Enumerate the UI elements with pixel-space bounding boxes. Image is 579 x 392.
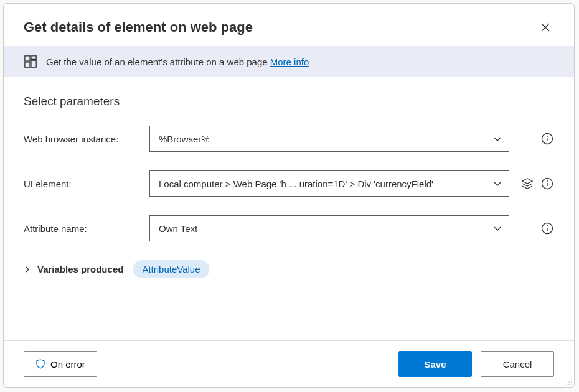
dialog-body: Select parameters Web browser instance: … xyxy=(4,77,574,340)
svg-point-13 xyxy=(571,379,572,380)
variables-produced-toggle[interactable]: Variables produced xyxy=(24,264,123,274)
on-error-button[interactable]: On error xyxy=(24,351,97,377)
variables-produced-label: Variables produced xyxy=(37,264,123,274)
attribute-name-select[interactable]: Own Text xyxy=(149,215,509,241)
variable-pill-attributevalue[interactable]: AttributeValue xyxy=(133,260,209,278)
svg-rect-1 xyxy=(31,56,36,60)
row-ui-element: UI element: Local computer > Web Page 'h… xyxy=(24,170,554,197)
svg-point-18 xyxy=(571,384,572,385)
ui-element-select[interactable]: Local computer > Web Page 'h ... uration… xyxy=(149,170,509,197)
svg-point-14 xyxy=(568,381,570,383)
banner-text: Get the value of an element's attribute … xyxy=(46,57,309,67)
row-web-browser-instance: Web browser instance: %Browser% xyxy=(24,126,554,152)
close-button[interactable] xyxy=(537,19,554,36)
close-icon xyxy=(540,22,550,32)
svg-point-12 xyxy=(547,225,548,226)
info-icon xyxy=(541,133,553,145)
svg-point-9 xyxy=(547,180,548,182)
ui-element-picker-button[interactable] xyxy=(520,177,534,190)
svg-point-6 xyxy=(547,136,548,137)
svg-point-17 xyxy=(568,384,570,385)
save-button[interactable]: Save xyxy=(398,351,472,377)
dialog-footer: On error Save Cancel xyxy=(4,340,574,387)
attribute-name-info-button[interactable] xyxy=(540,222,554,235)
more-info-link[interactable]: More info xyxy=(270,57,309,67)
attribute-name-control-wrap: Own Text xyxy=(149,215,554,241)
svg-rect-2 xyxy=(31,60,36,67)
trail-icons xyxy=(515,177,554,190)
trail-icons xyxy=(515,222,554,235)
chevron-right-icon xyxy=(24,266,31,273)
dialog-title: Get details of element on web page xyxy=(24,19,253,35)
info-banner: Get the value of an element's attribute … xyxy=(4,46,574,77)
attribute-name-label: Attribute name: xyxy=(24,223,142,234)
web-browser-instance-label: Web browser instance: xyxy=(24,134,142,144)
footer-right: Save Cancel xyxy=(398,351,554,377)
svg-rect-3 xyxy=(25,62,30,67)
ui-element-value: Local computer > Web Page 'h ... uration… xyxy=(159,179,433,189)
cancel-button[interactable]: Cancel xyxy=(481,351,554,377)
on-error-label: On error xyxy=(50,359,85,370)
chevron-down-icon xyxy=(492,134,502,144)
trail-icons xyxy=(515,132,554,146)
web-browser-instance-control-wrap: %Browser% xyxy=(149,126,554,152)
ui-element-label: UI element: xyxy=(24,179,142,189)
svg-point-15 xyxy=(571,381,572,383)
chevron-down-icon xyxy=(492,179,502,189)
resize-grip-icon[interactable] xyxy=(564,377,573,386)
web-browser-instance-select[interactable]: %Browser% xyxy=(149,126,509,152)
web-browser-instance-info-button[interactable] xyxy=(540,132,554,146)
row-attribute-name: Attribute name: Own Text xyxy=(24,215,554,241)
section-title: Select parameters xyxy=(24,95,554,108)
info-icon xyxy=(541,177,553,190)
svg-rect-0 xyxy=(25,56,30,61)
variables-produced-row: Variables produced AttributeValue xyxy=(24,260,554,278)
dialog-header: Get details of element on web page xyxy=(4,4,574,46)
dialog: Get details of element on web page Get t… xyxy=(3,3,575,388)
banner-text-content: Get the value of an element's attribute … xyxy=(46,57,268,67)
attribute-name-value: Own Text xyxy=(159,223,197,234)
svg-point-16 xyxy=(566,384,567,385)
shield-icon xyxy=(35,359,45,369)
info-icon xyxy=(541,222,553,235)
ui-element-control-wrap: Local computer > Web Page 'h ... uration… xyxy=(149,170,554,197)
web-browser-instance-value: %Browser% xyxy=(159,134,210,144)
web-element-icon xyxy=(24,55,37,68)
ui-element-info-button[interactable] xyxy=(540,177,554,190)
layers-icon xyxy=(521,177,534,190)
chevron-down-icon xyxy=(492,223,502,233)
